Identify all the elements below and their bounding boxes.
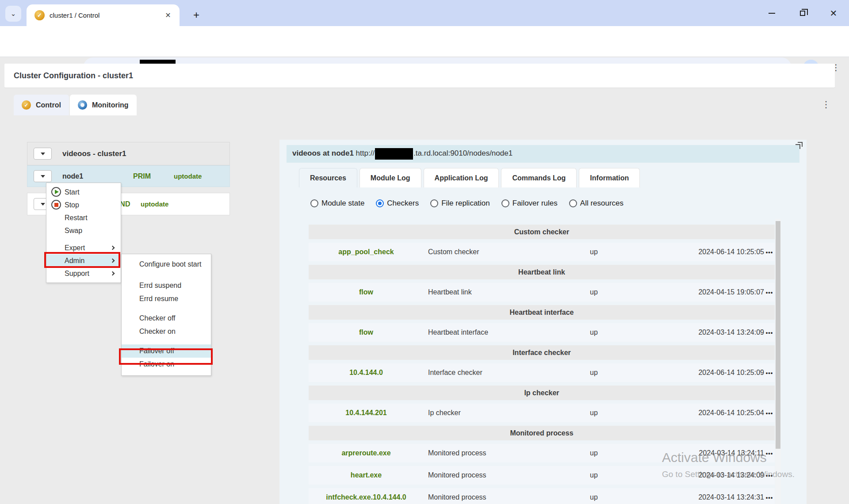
tab-search-icon[interactable]: ⌄ <box>5 6 21 22</box>
new-tab-button[interactable]: + <box>189 8 203 22</box>
resource-type: Monitored process <box>424 471 556 479</box>
menu-item-label: Stop <box>65 201 79 209</box>
scrollbar-thumb[interactable] <box>776 221 780 449</box>
resource-timestamp: 2024-03-14 13:24:09 <box>631 471 764 479</box>
section-header-ip-checker: Ip checker <box>309 386 775 400</box>
row-actions-kebab-icon[interactable]: ••• <box>764 494 775 501</box>
redacted-node-host-box <box>375 148 413 160</box>
section-header-custom-checker: Custom checker <box>309 225 775 239</box>
resource-type: Custom checker <box>424 248 556 256</box>
submenu-item-errd-resume[interactable]: Errd resume <box>122 292 211 305</box>
browser-tab-title: cluster1 / Control <box>50 11 163 19</box>
tab-control[interactable]: ✓ Control <box>14 95 69 115</box>
resource-name[interactable]: app_pool_check <box>309 248 424 256</box>
page-menu-kebab-icon[interactable]: ⋮ <box>822 100 830 109</box>
resource-timestamp: 2024-04-15 19:05:07 <box>631 288 764 296</box>
close-icon: ✕ <box>830 9 838 18</box>
filter-file-replication[interactable]: File replication <box>430 199 490 208</box>
filter-failover-rules[interactable]: Failover rules <box>501 199 558 208</box>
node-panel: videoos at node1 http://.ta.rd.local:901… <box>279 140 807 504</box>
radio-module-state[interactable] <box>310 199 318 207</box>
row-actions-kebab-icon[interactable]: ••• <box>764 450 775 457</box>
menu-item-support[interactable]: Support <box>46 267 121 280</box>
section-header-heartbeat-link: Heartbeat link <box>309 265 775 279</box>
resource-name[interactable]: 10.4.144.0 <box>309 369 424 377</box>
resource-type: Heartbeat interface <box>424 328 556 336</box>
radio-checkers-selected[interactable] <box>376 199 384 207</box>
filter-label: All resources <box>580 199 623 208</box>
node2-state-badge: uptodate <box>141 200 168 208</box>
menu-item-expert[interactable]: Expert <box>46 241 121 254</box>
menu-item-swap[interactable]: Swap <box>46 224 121 237</box>
resource-row-10-4-144-201: 10.4.144.201Ip checkerup2024-06-14 10:25… <box>309 404 775 422</box>
submenu-item-failover-on[interactable]: Failover on <box>122 358 211 371</box>
submenu-item-errd-suspend[interactable]: Errd suspend <box>122 279 211 292</box>
stop-icon <box>51 200 61 210</box>
filter-label: Failover rules <box>512 199 558 208</box>
tab-close-icon[interactable]: ✕ <box>163 10 173 21</box>
filter-label: File replication <box>441 199 490 208</box>
submenu-item-checker-off[interactable]: Checker off <box>122 312 211 325</box>
node-context-menu: StartStopRestartSwapExpertAdminSupport <box>46 183 121 283</box>
resource-name[interactable]: flow <box>309 328 424 336</box>
row-actions-kebab-icon[interactable]: ••• <box>764 370 775 376</box>
radio-file-replication[interactable] <box>430 199 438 207</box>
radio-failover-rules[interactable] <box>501 199 509 207</box>
node-panel-title: videoos at node1 <box>292 149 354 157</box>
row-actions-kebab-icon[interactable]: ••• <box>764 329 775 336</box>
close-button[interactable]: ✕ <box>818 0 849 26</box>
node-tab-commands-log[interactable]: Commands Log <box>501 168 577 187</box>
resource-state: up <box>556 471 631 479</box>
resource-name[interactable]: intfcheck.exe.10.4.144.0 <box>309 493 424 501</box>
node-url-prefix: http:// <box>354 149 375 157</box>
table-scrollbar[interactable] <box>775 219 781 504</box>
chevron-down-icon <box>41 203 45 206</box>
resource-name[interactable]: arpreroute.exe <box>309 449 424 457</box>
resource-type: Interface checker <box>424 369 556 377</box>
resource-state: up <box>556 409 631 417</box>
submenu-chevron-icon <box>111 271 115 276</box>
menu-item-stop[interactable]: Stop <box>46 199 121 211</box>
resource-timestamp: 2024-03-14 13:24:11 <box>631 449 764 457</box>
resource-row-intfcheck-exe-10-4-144-0: intfcheck.exe.10.4.144.0Monitored proces… <box>309 488 775 504</box>
tab-monitoring[interactable]: Monitoring <box>70 95 137 115</box>
resource-type: Ip checker <box>424 409 556 417</box>
row-actions-kebab-icon[interactable]: ••• <box>764 289 775 296</box>
filter-all-resources[interactable]: All resources <box>569 199 623 208</box>
filter-module-state[interactable]: Module state <box>310 199 364 208</box>
row-actions-kebab-icon[interactable]: ••• <box>764 472 775 479</box>
radio-all-resources[interactable] <box>569 199 577 207</box>
resource-name[interactable]: heart.exe <box>309 471 424 479</box>
submenu-item-configure-boot-start[interactable]: Configure boot start <box>122 258 211 271</box>
node-tab-information[interactable]: Information <box>579 168 640 187</box>
minimize-button[interactable] <box>756 0 787 26</box>
resource-timestamp: 2024-06-14 10:25:04 <box>631 409 764 417</box>
menu-item-admin[interactable]: Admin <box>46 254 121 267</box>
resource-name[interactable]: flow <box>309 288 424 296</box>
node1-role-badge: PRIM <box>133 172 174 180</box>
restore-button[interactable] <box>787 0 818 26</box>
resource-type: Monitored process <box>424 493 556 501</box>
node-tab-resources[interactable]: Resources <box>299 168 357 187</box>
menu-item-label: Swap <box>65 227 82 235</box>
row-actions-kebab-icon[interactable]: ••• <box>764 410 775 416</box>
menu-item-restart[interactable]: Restart <box>46 211 121 224</box>
filter-checkers[interactable]: Checkers <box>376 199 419 208</box>
node1-dropdown-button[interactable] <box>34 170 52 182</box>
resource-row-flow: flowHeartbeat interfaceup2024-03-14 13:2… <box>309 323 775 342</box>
resource-name[interactable]: 10.4.144.201 <box>309 409 424 417</box>
cluster-dropdown-button[interactable] <box>34 148 52 160</box>
submenu-chevron-icon <box>111 246 115 250</box>
node-tab-module-log[interactable]: Module Log <box>359 168 421 187</box>
browser-tabstrip: ⌄ ✓ cluster1 / Control ✕ + ✕ <box>0 0 849 26</box>
submenu-item-checker-on[interactable]: Checker on <box>122 325 211 338</box>
cluster-title: videoos - cluster1 <box>62 149 126 158</box>
node-tab-application-log[interactable]: Application Log <box>424 168 499 187</box>
menu-item-start[interactable]: Start <box>46 186 121 199</box>
resource-filters: Module stateCheckersFile replicationFail… <box>310 199 623 208</box>
play-icon <box>51 187 61 197</box>
browser-tab[interactable]: ✓ cluster1 / Control ✕ <box>27 4 180 26</box>
row-actions-kebab-icon[interactable]: ••• <box>764 249 775 256</box>
submenu-item-failover-off[interactable]: Failover off <box>122 344 211 358</box>
admin-submenu: Configure boot startErrd suspendErrd res… <box>121 254 211 376</box>
